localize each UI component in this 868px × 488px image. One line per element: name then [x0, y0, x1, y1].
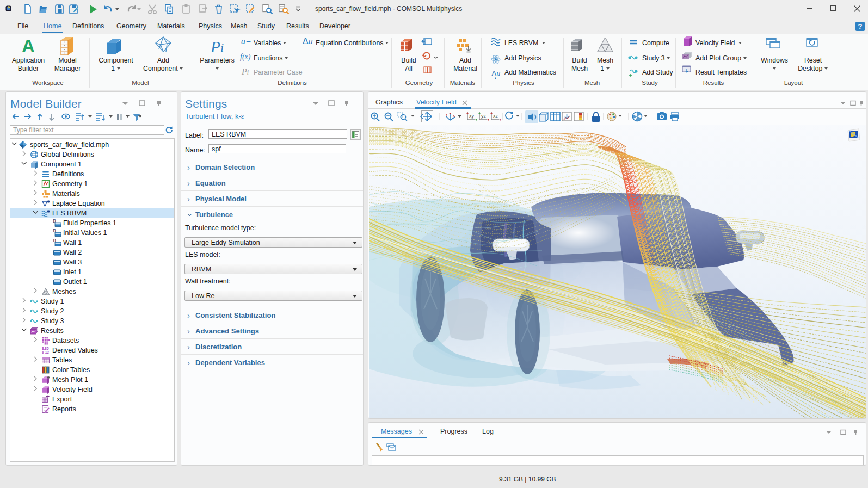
svg-text:xz: xz [493, 113, 498, 119]
svg-text:Pi: Pi [210, 38, 224, 55]
svg-text:yz: yz [481, 113, 487, 119]
svg-text:Δu: Δu [491, 69, 500, 78]
svg-text:f(x): f(x) [240, 53, 251, 61]
svg-text:Δu: Δu [303, 36, 313, 46]
svg-text:A: A [22, 36, 35, 56]
svg-text:Pi: Pi [241, 67, 249, 76]
svg-text:a=: a= [241, 36, 251, 46]
svg-text:xy: xy [469, 113, 475, 119]
